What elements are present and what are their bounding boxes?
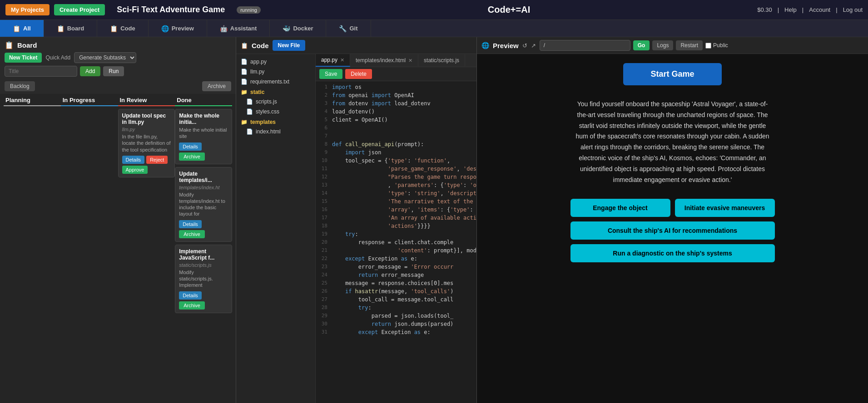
editor-tab-indexhtml[interactable]: templates/index.html ✕ [350,54,418,66]
card-buttons: Details Reject Approve [122,156,171,174]
tab-name: app.py [321,57,337,63]
file-name: index.html [256,128,281,135]
tab-preview[interactable]: 🌐 Preview [149,20,207,37]
public-checkbox[interactable] [705,43,711,49]
run-button[interactable]: Run [103,66,124,76]
kanban-board: Planning In Progress In Review Update to… [0,94,236,403]
help-link[interactable]: Help [784,6,797,13]
archive-button[interactable]: Archive [179,152,205,161]
add-button[interactable]: Add [80,66,100,76]
navtabs: 📋 All 📋 Board 📋 Code 🌐 Preview 🤖 Assista… [0,20,868,37]
details-button[interactable]: Details [179,220,202,228]
code-line: 24 return error_message [316,271,476,279]
code-line: 14 'type': 'string', 'description [316,189,476,197]
kanban-col-done: Done Make the whole initia... Make the w… [175,94,232,399]
tab-docker-icon: 🐳 [283,25,290,32]
backlog-button[interactable]: Backlog [5,81,35,91]
create-project-button[interactable]: Create Project [54,4,105,15]
tab-name: static/scripts.js [424,57,459,64]
title-input[interactable] [5,66,77,77]
code-line: 10 tool_spec = {'type': 'function', [316,157,476,165]
save-button[interactable]: Save [319,69,342,79]
file-icon: 📄 [246,108,253,115]
tab-board[interactable]: 📋 Board [44,20,98,37]
archive-button[interactable]: Archive [179,301,205,310]
tab-code[interactable]: 📋 Code [97,20,149,37]
file-item-indexhtml[interactable]: 📄 index.html [236,127,315,137]
consult-ai-button[interactable]: Consult the ship's AI for recommendation… [570,221,775,240]
delete-button[interactable]: Delete [345,69,372,79]
preview-globe-icon: 🌐 [481,42,489,49]
close-tab-icon[interactable]: ✕ [408,58,412,64]
start-game-button[interactable]: Start Game [623,63,721,85]
external-link-icon[interactable]: ↗ [531,42,536,49]
run-diagnostic-button[interactable]: Run a diagnostic on the ship's systems [570,244,775,262]
go-button[interactable]: Go [633,40,650,50]
my-projects-button[interactable]: My Projects [5,4,50,15]
archive-button[interactable]: Archive [179,230,205,238]
engage-object-button[interactable]: Engage the object [570,199,670,217]
new-file-button[interactable]: New File [273,40,306,51]
editor-tab-apppy[interactable]: app.py ✕ [316,54,350,67]
file-item-llmpy[interactable]: 📄 llm.py [236,67,315,77]
quick-add-label: Quick Add [45,54,70,61]
logout-link[interactable]: Log out [843,6,863,13]
reject-button[interactable]: Reject [146,156,168,164]
details-button[interactable]: Details [179,291,202,300]
code-line: 21 'content': prompt}], mode [316,246,476,255]
folder-name: templates [250,119,276,125]
tab-all[interactable]: 📋 All [0,20,44,37]
file-item-requirements[interactable]: 📄 requirements.txt [236,77,315,87]
logs-button[interactable]: Logs [652,40,673,50]
code-lines: 1import os 2from openai import OpenAI 3f… [316,81,476,403]
generate-subtasks-select[interactable]: Generate Subtasks [74,52,136,63]
refresh-icon[interactable]: ↺ [522,42,527,49]
preview-url-input[interactable] [540,40,630,51]
tab-git[interactable]: 🔧 Git [326,20,371,37]
tab-assistant[interactable]: 🤖 Assistant [207,20,270,37]
details-button[interactable]: Details [122,156,145,164]
editor-tab-scriptsjs[interactable]: static/scripts.js [418,54,465,66]
card-title: Make the whole initia... [179,113,228,125]
preview-title: Preview [493,42,519,49]
code-line: 12 "Parses the game turn respons [316,173,476,181]
details-button[interactable]: Details [179,143,202,151]
close-tab-icon[interactable]: ✕ [340,57,344,63]
kanban-card: Implement JavaScript f... static/scripts… [175,245,232,313]
editor-actions: Save Delete [316,67,476,81]
folder-static[interactable]: 📁 static [236,87,315,97]
preview-body: Start Game You find yourself onboard the… [477,54,868,403]
code-line: 26 if hasattr(message, 'tool_calls') [316,287,476,295]
kanban-card: Update templates/i... templates/index.ht… [175,167,232,242]
tab-assistant-label: Assistant [230,25,257,32]
file-name: llm.py [250,69,264,75]
code-line: 15 'The narrative text of the ga [316,197,476,206]
tab-all-icon: 📋 [13,25,20,32]
code-line: 20 response = client.chat.comple [316,238,476,246]
new-ticket-button[interactable]: New Ticket [5,53,42,63]
board-header: 📋 Board New Ticket Quick Add Generate Su… [0,37,236,94]
file-icon: 📄 [241,79,248,85]
evasive-maneuvers-button[interactable]: Initiate evasive maneuvers [675,199,775,217]
account-link[interactable]: Account [809,6,830,13]
restart-button[interactable]: Restart [676,40,703,50]
folder-templates[interactable]: 📁 templates [236,117,315,127]
app-title: Code+=AI [265,5,753,15]
file-icon: 📄 [241,69,248,75]
file-item-scriptsjs[interactable]: 📄 scripts.js [236,97,315,107]
code-line: 16 'array', 'items': {'type': 's [316,206,476,214]
code-line: 23 error_message = 'Error occurr [316,263,476,271]
file-item-apppy[interactable]: 📄 app.py [236,57,315,67]
file-icon: 📄 [246,98,253,105]
kanban-col-inreview-header: In Review [118,94,175,106]
project-title: Sci-Fi Text Adventure Game [117,5,225,15]
kanban-col-inreview: In Review Update tool spec in llm.py llm… [118,94,175,399]
public-checkbox-label[interactable]: Public [705,42,728,49]
code-line: 3from dotenv import load_dotenv [316,99,476,108]
archive-top-button[interactable]: Archive [202,81,231,91]
approve-button[interactable]: Approve [122,166,148,174]
file-item-stylescss[interactable]: 📄 styles.css [236,107,315,117]
tab-board-icon: 📋 [57,25,64,32]
tab-docker[interactable]: 🐳 Docker [270,20,326,37]
game-action-row-1: Engage the object Initiate evasive maneu… [559,199,786,217]
